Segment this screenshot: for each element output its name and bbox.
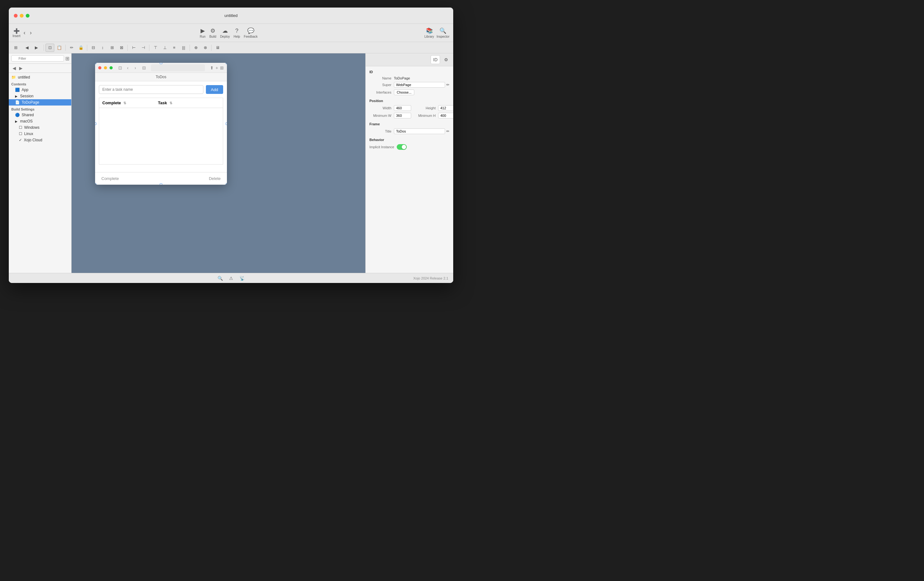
designer-new-tab-icon[interactable]: + [216,65,218,70]
library-button[interactable]: 📚 Library [424,27,434,38]
resize-handle-bm[interactable] [160,184,162,185]
task-column-header[interactable]: Task ⇅ [155,98,223,108]
designer-fullscreen-btn[interactable] [109,66,113,70]
search-input[interactable] [11,55,64,61]
designer-share-icon[interactable]: ⬆ [210,65,214,70]
right-nav-button[interactable]: ▶ [32,44,41,52]
complete-button[interactable]: Complete [99,175,122,182]
rss-status-icon[interactable]: 📡 [239,276,245,281]
close-button[interactable] [14,14,18,18]
group-button[interactable]: ⊕ [191,44,200,52]
resize-handle-tl[interactable] [95,63,96,64]
back-button[interactable]: ‹ [22,29,27,37]
lock-tool-button[interactable]: 🔒 [77,44,85,52]
id-section-title: ID [370,70,449,74]
sidebar-toggle-button[interactable]: ⊞ [11,44,20,52]
shared-label: Shared [21,113,34,117]
task-name-input[interactable] [99,85,203,94]
frame-title-edit-icon[interactable]: ✏ [446,129,449,134]
designer-sidebar-right-icon[interactable]: ⊞ [220,65,224,70]
implicit-toggle[interactable] [397,144,407,150]
left-nav-button[interactable]: ◀ [23,44,31,52]
inspector-icon: 🔍 [439,27,446,34]
scroll-tool-button[interactable]: ↕ [98,44,107,52]
width-input[interactable] [394,105,411,111]
resize-handle-ml[interactable] [95,122,96,125]
designer-sidebar-btn[interactable]: ⊡ [117,65,123,71]
inspector-id-tab[interactable]: ID [431,55,440,64]
forward-button[interactable]: › [28,29,33,37]
sidebar-item-app[interactable]: 🟦 App [9,87,71,93]
canvas-view-button[interactable]: 🖥 [213,44,222,52]
select-tool-button[interactable]: ⊡ [46,44,54,52]
inspector-id-section: ID Name ToDoPage Super ✏ [370,70,449,95]
build-button[interactable]: ⚙ Build [210,27,216,38]
version-text: Xojo 2024 Release 2.1 [413,276,448,280]
interfaces-choose-button[interactable]: Choose... [394,89,414,95]
custom-tool-button[interactable]: ⊠ [117,44,126,52]
page-icon: 📄 [15,100,20,104]
designer-close-btn[interactable] [98,66,101,70]
ungroup-button[interactable]: ⊗ [201,44,210,52]
align-right-button[interactable]: ⊣ [139,44,147,52]
status-bar: 🔍 ⚠ 📡 Xojo 2024 Release 2.1 [9,273,453,283]
resize-handle-mr[interactable] [226,122,227,125]
sidebar-item-macos[interactable]: ▶ macOS [9,118,71,124]
add-task-button[interactable]: Add [206,85,223,94]
designer-forward-btn[interactable]: › [132,65,139,71]
sidebar-item-windows[interactable]: ☐ Windows [9,124,71,131]
designer-address-bar[interactable] [151,65,205,71]
xojocloud-check-icon: ✓ [19,138,22,142]
complete-column-header[interactable]: Complete ⇅ [99,98,155,108]
help-label: Help [234,35,240,38]
search-wrapper: 🔍 [11,55,64,61]
sidebar-item-linux[interactable]: ☐ Linux [9,131,71,137]
feedback-button[interactable]: 💬 Feedback [244,27,258,38]
align-center-v-button[interactable]: ≡ [170,44,178,52]
frame-title-input[interactable] [394,128,445,134]
sidebar-item-session[interactable]: ▶ Session [9,93,71,99]
resize-handle-tr[interactable] [226,63,227,64]
align-center-h-button[interactable]: ||| [179,44,188,52]
align-bottom-button[interactable]: ⊥ [160,44,169,52]
min-w-input[interactable] [394,113,411,118]
window-title: untitled [224,13,238,18]
contents-header: Contents [9,80,71,87]
sidebar-item-todopage[interactable]: 📄 ToDoPage [9,99,71,106]
container-tool-button[interactable]: ⊟ [89,44,97,52]
align-left-button[interactable]: ⊢ [129,44,138,52]
pen-tool-button[interactable]: ✏ [67,44,76,52]
warning-status-icon[interactable]: ⚠ [229,276,233,281]
delete-button[interactable]: Delete [206,175,223,182]
super-edit-icon[interactable]: ✏ [446,83,449,87]
sidebar-item-xojocloud[interactable]: ✓ Xojo Cloud [9,137,71,143]
nav-back-button[interactable]: ◀ [11,65,17,71]
app-label: App [21,88,28,92]
insert-button[interactable]: ➕ Insert [13,28,20,38]
resize-handle-tm[interactable] [160,63,162,64]
inspector-settings-tab[interactable]: ⚙ [441,55,451,64]
inspector-label: Inspector [437,35,449,38]
designer-minimize-btn[interactable] [104,66,107,70]
sidebar-item-untitled[interactable]: 📁 untitled [9,74,71,80]
height-input[interactable] [438,105,453,111]
minimize-button[interactable] [20,14,23,18]
inspector-button[interactable]: 🔍 Inspector [437,27,449,38]
sidebar-item-shared[interactable]: 🔵 Shared [9,112,71,118]
super-input[interactable] [394,82,445,88]
align-top-button[interactable]: ⊤ [151,44,160,52]
resize-handle-bl[interactable] [95,184,96,185]
nav-forward-button[interactable]: ▶ [18,65,24,71]
deploy-button[interactable]: ☁ Deploy [220,27,230,38]
filter-menu-icon[interactable]: ⊞ [65,56,69,61]
windows-label: Windows [24,125,40,130]
layout-tool-button[interactable]: 📋 [55,44,64,52]
search-status-icon[interactable]: 🔍 [218,276,223,281]
designer-back-btn[interactable]: ‹ [125,65,131,71]
min-h-input[interactable] [438,113,453,118]
tab-tool-button[interactable]: ⊞ [108,44,116,52]
resize-handle-br[interactable] [226,184,227,185]
help-button[interactable]: ? Help [234,28,240,38]
run-button[interactable]: ▶ Run [200,27,206,38]
fullscreen-button[interactable] [26,14,30,18]
